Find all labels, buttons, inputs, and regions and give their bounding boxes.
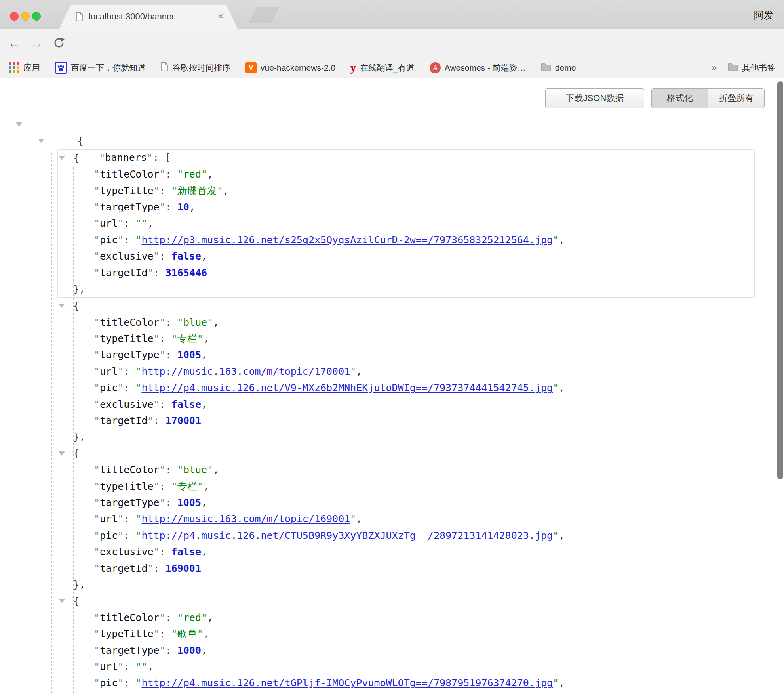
banner-objects: {"titleColor": "red","typeTitle": "新碟首发"…: [0, 149, 784, 695]
forward-button[interactable]: →: [30, 35, 43, 50]
json-key: exclusive: [100, 250, 153, 262]
window-zoom-button[interactable]: [32, 12, 41, 21]
json-row: "targetId": 3165446: [58, 265, 754, 281]
json-key: url: [100, 661, 118, 672]
json-link-value[interactable]: http://p4.music.126.net/V9-MXz6b2MNhEKju…: [141, 382, 553, 393]
json-row: "typeTitle": "新碟首发",: [58, 183, 754, 199]
json-number-value: 10: [177, 201, 189, 213]
json-number-value: false: [171, 399, 201, 410]
json-row: "url": "http://music.163.com/m/topic/169…: [0, 511, 784, 527]
bookmark-apps[interactable]: 应用: [9, 62, 40, 73]
bookmark-label: 在线翻译_有道: [360, 62, 415, 73]
json-number-value: 170001: [166, 415, 201, 426]
json-row: "url": "",: [0, 659, 784, 675]
json-key: targetType: [100, 201, 160, 213]
json-row: "exclusive": false,: [58, 248, 754, 264]
other-bookmarks-folder[interactable]: 其他书签: [728, 62, 775, 73]
awesomes-icon: A: [430, 62, 441, 73]
json-link-value[interactable]: http://music.163.com/m/topic/169001: [141, 513, 350, 525]
json-link-value[interactable]: http://p3.music.126.net/s25q2x5QyqsAzilC…: [141, 234, 553, 246]
json-link-value[interactable]: http://music.163.com/m/topic/170001: [141, 366, 350, 377]
collapse-triangle-icon[interactable]: [59, 156, 65, 160]
vue-icon: V: [245, 62, 257, 73]
tab-title: localhost:3000/banner: [89, 11, 175, 22]
json-row: "exclusive": false,: [0, 544, 784, 560]
tab-bar: localhost:3000/banner × 阿发: [0, 0, 784, 29]
collapse-triangle-icon[interactable]: [59, 304, 65, 308]
bookmark-google-sort[interactable]: 谷歌按时间排序: [161, 62, 230, 73]
browser-tab[interactable]: localhost:3000/banner ×: [59, 5, 238, 29]
json-tree: { "banners": [ {"titleColor": "red","typ…: [0, 116, 784, 695]
bookmarks-right-group: » 其他书签: [712, 62, 775, 73]
banner-object: {"titleColor": "red","typeTitle": "新碟首发"…: [57, 149, 755, 298]
json-link-value[interactable]: http://p4.music.126.net/CTU5B9R9y3XyYBZX…: [141, 530, 553, 541]
youdao-icon: y: [350, 63, 356, 73]
json-key: pic: [100, 382, 118, 393]
bookmark-label: 谷歌按时间排序: [172, 62, 230, 73]
json-key: titleColor: [100, 168, 160, 180]
back-button[interactable]: ←: [8, 35, 21, 50]
collapse-triangle-icon[interactable]: [59, 599, 65, 603]
json-number-value: 1005: [177, 497, 201, 508]
page-favicon-icon: [76, 12, 84, 23]
bookmark-vue-hackernews[interactable]: V vue-hackernews-2.0: [245, 62, 335, 73]
object-close-line: },: [0, 429, 784, 445]
format-button[interactable]: 格式化: [652, 89, 708, 108]
json-link-value[interactable]: http://p4.music.126.net/tGPljf-IMOCyPvum…: [141, 677, 553, 689]
json-row: "targetType": 10,: [58, 199, 754, 215]
json-key: targetType: [100, 497, 160, 508]
object-open-line: {: [0, 445, 784, 462]
object-open-line: {: [0, 298, 784, 314]
bookmark-baidu[interactable]: 百度一下，你就知道: [55, 62, 146, 74]
json-string-value: 新碟首发: [177, 185, 217, 197]
json-row: "titleColor": "red",: [0, 609, 784, 626]
json-string-value: 歌单: [177, 628, 197, 640]
json-string-value: blue: [183, 464, 207, 475]
reload-button[interactable]: [53, 37, 65, 52]
page-content: 下载JSON数据 格式化 折叠所有 { "banners": [ {"title…: [0, 78, 784, 695]
json-row: "pic": "http://p4.music.126.net/V9-MXz6b…: [0, 380, 784, 396]
profile-name[interactable]: 阿发: [754, 9, 774, 22]
json-key: targetId: [100, 563, 147, 574]
object-close-line: },: [58, 281, 754, 297]
collapse-triangle-icon[interactable]: [38, 139, 44, 143]
json-row: "titleColor": "blue",: [0, 462, 784, 478]
tab-close-icon[interactable]: ×: [218, 11, 223, 22]
json-key: typeTitle: [100, 185, 153, 197]
collapse-triangle-icon[interactable]: [16, 122, 22, 127]
json-key: targetId: [100, 267, 147, 279]
json-row: "exclusive": false,: [0, 396, 784, 412]
bookmark-demo-folder[interactable]: demo: [541, 62, 576, 73]
json-key: typeTitle: [100, 628, 153, 640]
browser-toolbar: ← → localhost:3000/banner ✎ 英 en FE: [0, 29, 784, 57]
json-key: typeTitle: [100, 333, 153, 344]
json-key: targetType: [100, 349, 160, 361]
bookmark-label: Awesomes - 前端资…: [445, 62, 526, 73]
json-row: "targetId": 169001: [0, 560, 784, 577]
window-close-button[interactable]: [10, 12, 19, 21]
json-row: "url": "",: [58, 215, 754, 231]
json-key: titleColor: [100, 612, 160, 623]
bookmarks-overflow-chevron[interactable]: »: [712, 62, 717, 73]
new-tab-button[interactable]: [249, 7, 279, 23]
json-key: url: [100, 366, 118, 377]
page-icon: [161, 62, 168, 73]
json-key: targetId: [100, 415, 147, 426]
collapse-triangle-icon[interactable]: [59, 451, 65, 456]
download-json-button[interactable]: 下载JSON数据: [545, 88, 644, 108]
bookmark-youdao[interactable]: y 在线翻译_有道: [350, 62, 415, 73]
collapse-all-button[interactable]: 折叠所有: [708, 89, 765, 108]
apps-grid-icon: [9, 62, 19, 73]
json-key: exclusive: [100, 546, 153, 558]
bookmarks-bar: 应用 百度一下，你就知道 谷歌按时间排序 V vue-hackernews-2.…: [0, 57, 784, 78]
json-number-value: 1000: [177, 645, 201, 656]
bookmark-awesomes[interactable]: A Awesomes - 前端资…: [430, 62, 526, 73]
window-minimize-button[interactable]: [21, 12, 30, 21]
json-key: url: [100, 513, 118, 525]
banner-object: {"titleColor": "blue","typeTitle": "专栏",…: [0, 298, 784, 445]
json-key: targetType: [100, 645, 160, 656]
json-key: pic: [100, 530, 118, 541]
json-row: "targetType": 1005,: [0, 495, 784, 511]
view-mode-button-group: 格式化 折叠所有: [651, 88, 765, 108]
json-key: titleColor: [100, 317, 160, 328]
